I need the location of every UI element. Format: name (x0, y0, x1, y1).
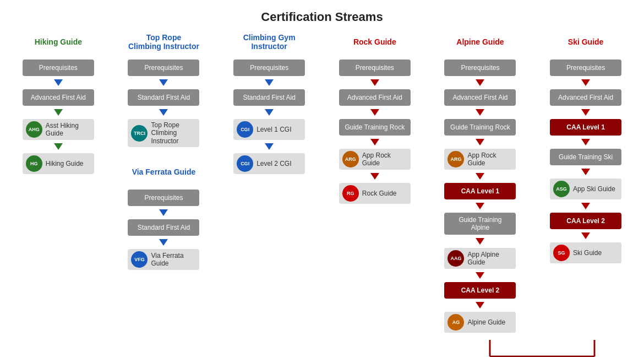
step-box: Guide Training Rock (339, 119, 411, 136)
badge-icon: AHG (26, 121, 42, 138)
step-box: Prerequisites (233, 60, 305, 76)
stream-col-via-ferrata: Via Ferrata GuidePrerequisitesStandard F… (117, 160, 210, 272)
badge-step: AG Alpine Guide (444, 312, 516, 333)
step-box: Standard First Aid (128, 89, 199, 106)
arrow (54, 109, 63, 116)
badge-label: Rock Guide (362, 190, 397, 197)
badge-label: Top Rope Climbing Instructor (151, 121, 196, 145)
arrow (265, 109, 274, 116)
step-box: Prerequisites (128, 60, 199, 76)
stream-title-ski: Ski Guide (568, 30, 604, 54)
arrow (581, 109, 590, 116)
mg-connector-area: ⚙ Mountain Guide (473, 340, 611, 357)
badge-label: Alpine Guide (467, 318, 505, 326)
stream-col-climbing-gym: Climbing GymInstructorPrerequisitesStand… (222, 30, 316, 176)
badge-step: ARG App Rock Guide (444, 149, 516, 170)
stream-title-climbing-gym: Climbing GymInstructor (243, 30, 296, 54)
badge-step: TRCI Top Rope Climbing Instructor (128, 119, 199, 147)
stream-col-hiking: Hiking GuidePrerequisitesAdvanced First … (12, 30, 105, 176)
badge-label: App Ski Guide (573, 185, 615, 193)
col-ski-mg: Ski GuidePrerequisitesAdvanced First Aid… (539, 30, 632, 265)
badge-icon: AAG (447, 250, 464, 267)
stream-title-hiking: Hiking Guide (35, 30, 82, 54)
arrow (370, 79, 379, 86)
badge-icon: VFG (131, 251, 148, 268)
stream-title-alpine: Alpine Guide (456, 30, 504, 54)
step-box: Standard First Aid (128, 219, 199, 236)
arrow (581, 139, 590, 145)
arrow (159, 109, 168, 116)
streams-container: Hiking GuidePrerequisitesAdvanced First … (0, 30, 644, 345)
arrow (476, 302, 484, 309)
badge-step: RG Rock Guide (339, 183, 411, 204)
caa-box: CAA Level 2 (444, 282, 516, 299)
badge-label: App Rock Guide (362, 152, 407, 167)
badge-label: Ski Guide (573, 249, 602, 257)
stream-title-rock: Rock Guide (353, 30, 396, 54)
badge-label: Level 1 CGI (256, 126, 291, 133)
stream-col-rock: Rock GuidePrerequisitesAdvanced First Ai… (328, 30, 422, 205)
step-box: Advanced First Aid (444, 89, 516, 106)
stream-col-alpine: Alpine GuidePrerequisitesAdvanced First … (433, 30, 527, 334)
arrow (581, 79, 590, 86)
badge-step: HG Hiking Guide (23, 153, 94, 174)
step-box: Advanced First Aid (550, 89, 621, 106)
step-box: Prerequisites (444, 60, 516, 76)
arrow (370, 139, 379, 145)
badge-label: App Rock Guide (467, 152, 512, 167)
badge-label: Hiking Guide (46, 160, 84, 167)
badge-icon: CGI (237, 121, 253, 138)
arrow (476, 139, 484, 145)
step-box: Prerequisites (128, 190, 199, 206)
step-box: Prerequisites (339, 60, 411, 76)
arrow (370, 109, 379, 116)
arrow (476, 272, 484, 279)
badge-step: CGI Level 2 CGI (233, 153, 305, 174)
badge-label: App Alpine Guide (467, 251, 512, 267)
arrow (159, 239, 168, 246)
badge-step: ASG App Ski Guide (550, 178, 621, 199)
arrow (159, 209, 168, 216)
step-box: Guide Training Ski (550, 149, 621, 165)
badge-icon: ASG (553, 181, 570, 197)
arrow (581, 232, 590, 239)
arrow (476, 203, 484, 209)
stream-title-top-rope: Top RopeClimbing Instructor (128, 30, 199, 54)
arrow (581, 203, 590, 209)
arrow (159, 79, 168, 86)
step-box: Prerequisites (550, 60, 621, 76)
caa-box: CAA Level 1 (444, 183, 516, 199)
arrow (54, 143, 63, 150)
arrow (476, 79, 484, 86)
mg-connector-svg (473, 340, 611, 357)
badge-step: AAG App Alpine Guide (444, 248, 516, 269)
step-box: Guide Training Rock (444, 119, 516, 136)
badge-icon: RG (342, 185, 359, 202)
arrow (476, 173, 484, 180)
arrow (476, 109, 484, 116)
arrow (265, 79, 274, 86)
badge-step: ARG App Rock Guide (339, 149, 411, 170)
badge-step: SG Ski Guide (550, 242, 621, 263)
badge-icon: SG (553, 245, 570, 261)
col-top-rope-via: Top RopeClimbing InstructorPrerequisites… (117, 30, 210, 272)
stream-col-top-rope: Top RopeClimbing InstructorPrerequisites… (117, 30, 210, 149)
stream-title-via-ferrata: Via Ferrata Guide (132, 160, 196, 184)
badge-label: Level 2 CGI (256, 160, 291, 167)
step-box: Standard First Aid (233, 89, 305, 106)
badge-step: VFG Via Ferrata Guide (128, 249, 199, 270)
arrow (476, 238, 484, 245)
caa-box: CAA Level 1 (550, 119, 621, 136)
badge-label: Via Ferrata Guide (151, 252, 196, 268)
step-box: Advanced First Aid (339, 89, 411, 106)
badge-icon: CGI (237, 155, 253, 172)
badge-icon: TRCI (131, 125, 148, 142)
step-box: Guide Training Alpine (444, 213, 516, 235)
badge-step: AHG Asst Hiking Guide (23, 119, 94, 140)
arrow (370, 173, 379, 180)
badge-label: Asst Hiking Guide (46, 122, 91, 138)
step-box: Advanced First Aid (23, 89, 94, 106)
badge-step: CGI Level 1 CGI (233, 119, 305, 140)
badge-icon: HG (26, 155, 42, 172)
stream-col-ski: Ski GuidePrerequisitesAdvanced First Aid… (547, 30, 624, 265)
